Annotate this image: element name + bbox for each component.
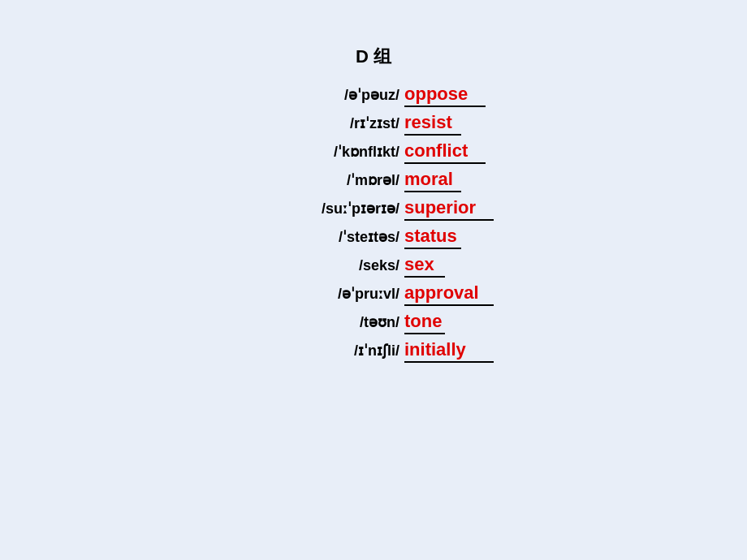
vocab-word: moral — [404, 169, 461, 192]
phonetic-text: /ɪˈnɪʃli/ — [253, 342, 399, 360]
phonetic-text: /əˈpəuz/ — [253, 86, 399, 104]
vocab-row: /ˈmɒrəl/moral — [253, 169, 461, 192]
vocab-word: status — [404, 226, 461, 249]
vocab-row: /ˈkɒnflɪkt/conflict — [253, 140, 486, 164]
vocab-row: /əˈpəuz/oppose — [253, 84, 486, 107]
vocab-word: initially — [404, 339, 494, 363]
vocab-list: /əˈpəuz/oppose/rɪˈzɪst/resist/ˈkɒnflɪkt/… — [253, 84, 494, 363]
phonetic-text: /rɪˈzɪst/ — [253, 114, 399, 132]
vocab-word: approval — [404, 282, 494, 306]
phonetic-text: /təʊn/ — [253, 313, 399, 331]
main-container: D 组 /əˈpəuz/oppose/rɪˈzɪst/resist/ˈkɒnfl… — [0, 0, 747, 560]
vocab-row: /ˈsteɪtəs/status — [253, 226, 461, 249]
phonetic-text: /ˈsteɪtəs/ — [253, 228, 399, 246]
phonetic-text: /seks/ — [253, 257, 399, 274]
vocab-row: /seks/sex — [253, 254, 445, 278]
vocab-row: /əˈpruːvl/approval — [253, 282, 494, 306]
vocab-word: conflict — [404, 140, 486, 164]
vocab-row: /rɪˈzɪst/resist — [253, 112, 461, 136]
phonetic-text: /ˈmɒrəl/ — [253, 171, 399, 189]
section-title: D 组 — [356, 45, 391, 69]
vocab-row: /təʊn/tone — [253, 311, 445, 334]
phonetic-text: /əˈpruːvl/ — [253, 285, 399, 303]
vocab-word: oppose — [404, 84, 486, 107]
vocab-word: resist — [404, 112, 461, 136]
vocab-word: tone — [404, 311, 445, 334]
vocab-row: /suːˈpɪərɪə/superior — [253, 197, 494, 221]
phonetic-text: /ˈkɒnflɪkt/ — [253, 143, 399, 161]
vocab-word: sex — [404, 254, 445, 278]
vocab-row: /ɪˈnɪʃli/initially — [253, 339, 494, 363]
vocab-word: superior — [404, 197, 494, 221]
phonetic-text: /suːˈpɪərɪə/ — [253, 200, 399, 218]
